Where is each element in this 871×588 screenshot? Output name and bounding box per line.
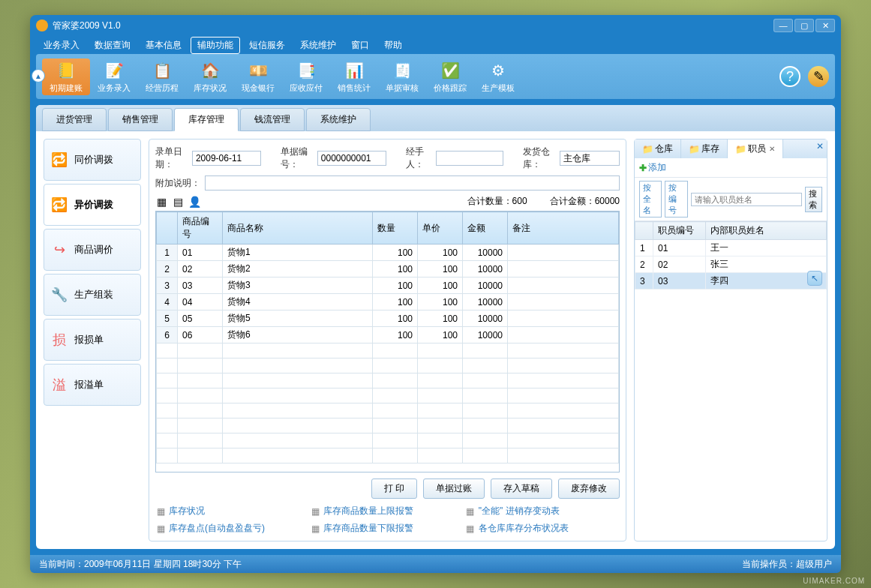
table-row[interactable] [157,448,619,464]
rp-tab-1[interactable]: 📁库存 [681,140,728,158]
table-row[interactable] [157,434,619,448]
toolbar-item-0[interactable]: 📒初期建账 [42,58,90,95]
main-tab-1[interactable]: 销售管理 [108,108,173,131]
table-row[interactable]: 303货物310010010000 [157,278,619,294]
items-grid[interactable]: 商品编号商品名称数量单价金额备注101货物110010010000202货物21… [155,211,620,472]
menu-5[interactable]: 系统维护 [294,38,342,53]
quick-link-1-1[interactable]: ▦库存商品数量下限报警 [310,522,464,535]
toolbar-item-4[interactable]: 💴现金银行 [234,58,282,95]
action-button-1[interactable]: 单据过账 [423,478,485,499]
link-icon: ▦ [155,506,166,517]
toolbar-icon-0: 📒 [56,60,77,81]
grid-header-0[interactable] [157,212,178,244]
help-icon[interactable]: ? [779,66,800,87]
table-row[interactable] [157,374,619,388]
menu-7[interactable]: 帮助 [378,38,408,53]
total-amt-value: 60000 [595,196,620,206]
employee-grid[interactable]: 职员编号内部职员姓名101王一202张三303李四 ↖ [635,221,827,541]
quick-link-0-0[interactable]: ▦库存状况 [155,505,310,518]
table-row[interactable] [157,344,619,358]
table-row[interactable]: 202货物210010010000 [157,261,619,278]
list-item[interactable]: 303李四 [635,273,827,290]
toolbar-item-6[interactable]: 📊销售统计 [330,58,378,95]
sidebar-item-5[interactable]: 溢报溢单 [44,364,141,406]
employee-search-input[interactable] [691,193,802,206]
grid-tool-1-icon[interactable]: ▦ [155,196,167,208]
grid-header-2[interactable]: 商品名称 [223,212,373,244]
table-row[interactable] [157,418,619,434]
action-button-3[interactable]: 废弃修改 [558,478,620,499]
sidebar-item-1[interactable]: 🔁异价调拨 [44,184,141,226]
grid-tool-2-icon[interactable]: ▤ [172,196,184,208]
grid-header-4[interactable]: 单价 [418,212,463,244]
table-row[interactable]: 101货物110010010000 [157,244,619,261]
table-row[interactable] [157,388,619,404]
menu-4[interactable]: 短信服务 [243,38,291,53]
total-qty-label: 合计数量： [467,196,512,206]
list-item[interactable]: 101王一 [635,240,827,256]
table-row[interactable]: 404货物410010010000 [157,294,619,310]
rp-header-0[interactable] [635,222,653,240]
table-row[interactable]: 606货物610010010000 [157,327,619,344]
list-item[interactable]: 202张三 [635,256,827,273]
toolbar-item-1[interactable]: 📝业务录入 [90,58,138,95]
sidebar: 🔁同价调拨🔁异价调拨↪商品调价🔧生产组装损报损单溢报溢单 [44,139,141,542]
grid-header-1[interactable]: 商品编号 [178,212,223,244]
toolbar-item-2[interactable]: 📋经营历程 [138,58,186,95]
table-row[interactable]: 505货物510010010000 [157,310,619,327]
main-tab-3[interactable]: 钱流管理 [240,108,305,131]
menu-2[interactable]: 基本信息 [140,38,188,53]
sidebar-item-0[interactable]: 🔁同价调拨 [44,139,141,181]
right-panel-close-icon[interactable]: ✕ [816,141,824,152]
warehouse-input[interactable] [560,151,620,166]
tab-close-icon[interactable]: ✕ [769,145,775,153]
action-button-0[interactable]: 打 印 [371,478,417,499]
note-input[interactable] [205,176,620,190]
main-tab-0[interactable]: 进货管理 [42,108,107,131]
menu-3[interactable]: 辅助功能 [191,37,240,54]
action-button-2[interactable]: 存入草稿 [491,478,552,499]
toolbar-item-8[interactable]: ✅价格跟踪 [426,58,474,95]
table-row[interactable] [157,358,619,374]
menu-6[interactable]: 窗口 [345,38,375,53]
grid-header-5[interactable]: 金额 [463,212,508,244]
menu-0[interactable]: 业务录入 [38,38,86,53]
toolbar-item-7[interactable]: 🧾单据审核 [378,58,426,95]
plus-icon: ✚ [639,163,647,173]
sidebar-item-2[interactable]: ↪商品调价 [44,229,141,271]
quick-link-2-1[interactable]: ▦各仓库库存分布状况表 [465,522,620,535]
rp-tab-0[interactable]: 📁仓库 [635,140,681,158]
grid-header-6[interactable]: 备注 [508,212,619,244]
total-amt-label: 合计金额： [550,196,595,206]
date-input[interactable] [192,151,261,166]
sidebar-item-3[interactable]: 🔧生产组装 [44,274,141,316]
toolbar-item-3[interactable]: 🏠库存状况 [186,58,234,95]
search-by-name-toggle[interactable]: 按全名 [639,181,662,218]
grid-header-3[interactable]: 数量 [373,212,418,244]
maximize-button[interactable]: ▢ [794,19,814,32]
search-by-code-toggle[interactable]: 按编号 [665,181,687,218]
toolbar-item-5[interactable]: 📑应收应付 [282,58,330,95]
sidebar-item-4[interactable]: 损报损单 [44,319,141,361]
rp-tab-2[interactable]: 📁职员✕ [728,140,783,158]
rp-header-2[interactable]: 内部职员姓名 [706,222,827,240]
add-button[interactable]: ✚添加 [639,161,666,174]
quick-link-0-1[interactable]: ▦库存盘点(自动盘盈盘亏) [155,522,310,535]
titlebar[interactable]: 管家婆2009 V1.0 — ▢ ✕ [30,15,841,36]
collapse-toolbar-button[interactable]: ▲ [32,69,45,82]
close-button[interactable]: ✕ [815,19,835,32]
minimize-button[interactable]: — [773,19,793,32]
person-icon[interactable]: 👤 [188,196,200,208]
quick-link-1-0[interactable]: ▦库存商品数量上限报警 [310,505,464,518]
feedback-icon[interactable]: ✎ [808,66,829,87]
table-row[interactable] [157,404,619,418]
rp-header-1[interactable]: 职员编号 [653,222,706,240]
main-tab-4[interactable]: 系统维护 [306,108,371,131]
docno-input[interactable] [317,151,386,166]
quick-link-2-0[interactable]: ▦"全能" 进销存变动表 [465,505,620,518]
menu-1[interactable]: 数据查询 [89,38,137,53]
toolbar-item-9[interactable]: ⚙生产模板 [474,58,522,95]
search-button[interactable]: 搜索 [805,187,823,212]
handler-input[interactable] [436,151,503,166]
main-tab-2[interactable]: 库存管理 [174,108,239,131]
